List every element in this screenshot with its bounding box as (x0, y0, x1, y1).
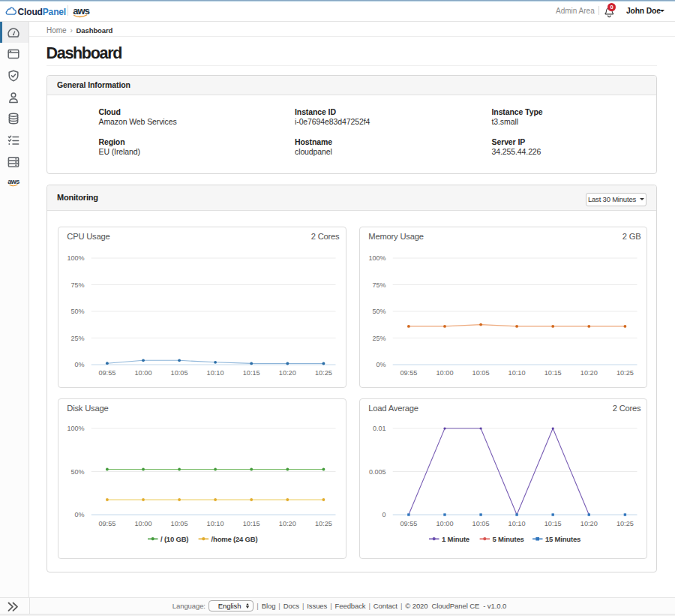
svg-text:/home (24 GB): /home (24 GB) (212, 535, 258, 543)
svg-text:10:20: 10:20 (580, 369, 598, 377)
svg-text:10:25: 10:25 (616, 369, 634, 377)
svg-text:aws: aws (73, 5, 89, 17)
svg-text:10:00: 10:00 (135, 369, 152, 377)
svg-text:25%: 25% (70, 335, 84, 342)
svg-text:/ (10 GB): / (10 GB) (160, 535, 188, 543)
svg-text:10:10: 10:10 (508, 369, 526, 377)
svg-text:10:00: 10:00 (135, 520, 152, 527)
svg-text:10:25: 10:25 (315, 520, 332, 527)
svg-text:25%: 25% (372, 335, 386, 342)
svg-text:2 Cores: 2 Cores (613, 404, 641, 413)
svg-text:10:15: 10:15 (243, 520, 260, 527)
svg-text:75%: 75% (372, 281, 386, 289)
svg-text:09:55: 09:55 (400, 520, 417, 527)
svg-text:10:15: 10:15 (243, 369, 260, 377)
svg-text:50%: 50% (70, 308, 84, 315)
svg-text:0%: 0% (74, 361, 84, 368)
svg-text:50%: 50% (372, 308, 386, 315)
svg-text:10:10: 10:10 (508, 520, 526, 527)
svg-text:1 Minute: 1 Minute (442, 535, 470, 543)
svg-text:100%: 100% (67, 254, 84, 262)
svg-text:10:15: 10:15 (544, 520, 562, 527)
svg-text:50%: 50% (70, 468, 84, 476)
svg-text:10:10: 10:10 (207, 369, 224, 377)
svg-text:0.01: 0.01 (373, 425, 386, 432)
svg-text:10:25: 10:25 (616, 520, 634, 527)
svg-text:09:55: 09:55 (98, 520, 116, 527)
svg-text:10:20: 10:20 (580, 520, 598, 527)
svg-text:10:05: 10:05 (472, 369, 490, 377)
svg-text:75%: 75% (70, 281, 84, 289)
svg-text:Memory Usage: Memory Usage (368, 232, 423, 241)
svg-text:0: 0 (382, 511, 386, 518)
svg-text:10:20: 10:20 (279, 520, 296, 527)
svg-text:09:55: 09:55 (98, 369, 116, 377)
svg-text:10:25: 10:25 (315, 369, 332, 377)
svg-text:10:20: 10:20 (279, 369, 296, 377)
svg-text:10:05: 10:05 (171, 369, 188, 377)
svg-text:aws: aws (8, 178, 20, 185)
svg-text:100%: 100% (368, 254, 386, 262)
svg-text:10:05: 10:05 (472, 520, 490, 527)
svg-text:0.005: 0.005 (369, 468, 386, 476)
svg-text:0%: 0% (74, 511, 84, 518)
svg-text:5 Minutes: 5 Minutes (493, 535, 524, 543)
svg-text:10:00: 10:00 (436, 520, 454, 527)
svg-text:10:05: 10:05 (171, 520, 188, 527)
svg-text:Load Average: Load Average (368, 404, 418, 413)
svg-text:15 Minutes: 15 Minutes (545, 535, 580, 543)
svg-text:2 Cores: 2 Cores (311, 232, 340, 241)
svg-text:100%: 100% (67, 425, 84, 432)
svg-text:10:10: 10:10 (207, 520, 224, 527)
svg-text:09:55: 09:55 (400, 369, 417, 377)
svg-text:CPU Usage: CPU Usage (67, 232, 110, 241)
svg-text:Disk Usage: Disk Usage (67, 404, 108, 413)
svg-text:10:00: 10:00 (436, 369, 454, 377)
svg-text:10:15: 10:15 (544, 369, 562, 377)
svg-text:0%: 0% (376, 361, 386, 368)
svg-text:2 GB: 2 GB (622, 232, 641, 241)
